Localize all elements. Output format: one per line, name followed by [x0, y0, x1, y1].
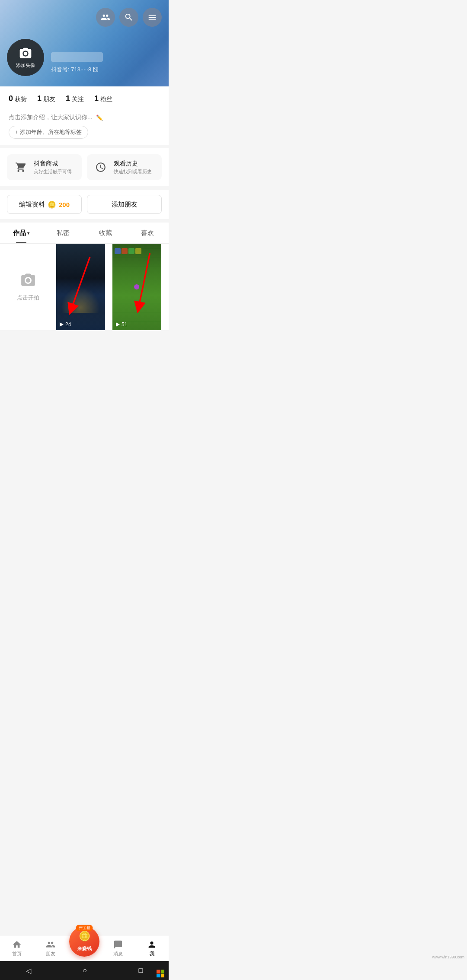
- edit-profile-btn[interactable]: 编辑资料 🪙 200: [7, 195, 82, 214]
- username-col: 抖音号: 713·····8 囧: [51, 52, 103, 76]
- search-icon: [124, 13, 134, 22]
- bio-section: 点击添加介绍，让大家认识你... ✏️ + 添加年龄、所在地等标签: [0, 109, 169, 145]
- tabs-section: 作品 ▾ 私密 收藏 喜欢 点击开拍: [0, 223, 169, 330]
- camera-svg-icon: [20, 272, 36, 289]
- friends-icon: [101, 13, 110, 22]
- stat-following-label: 关注: [72, 95, 84, 103]
- add-tags-label: + 添加年龄、所在地等标签: [15, 128, 82, 136]
- play-icon-2: [116, 322, 120, 327]
- coin-amount: 200: [59, 201, 70, 208]
- stat-following[interactable]: 1 关注: [66, 94, 84, 103]
- game-marker: [134, 284, 139, 290]
- menu-icon: [147, 13, 157, 22]
- edit-profile-label: 编辑资料: [19, 200, 45, 209]
- tab-private[interactable]: 私密: [42, 223, 85, 243]
- action-buttons: 编辑资料 🪙 200 添加朋友: [0, 190, 169, 219]
- username-blurred: [51, 52, 103, 62]
- mall-text: 抖音商城 美好生活触手可得: [34, 160, 72, 175]
- add-friend-label: 添加朋友: [112, 200, 138, 209]
- bio-placeholder-row[interactable]: 点击添加介绍，让大家认识你... ✏️: [9, 114, 160, 121]
- camera-big-icon: [20, 272, 36, 294]
- tab-favorites-label: 收藏: [99, 229, 112, 237]
- stat-likes-label: 获赞: [15, 95, 27, 103]
- tab-favorites[interactable]: 收藏: [84, 223, 127, 243]
- bio-placeholder-text: 点击添加介绍，让大家认识你...: [9, 114, 93, 121]
- stat-friends[interactable]: 1 朋友: [37, 94, 55, 103]
- video-thumb-1[interactable]: 24: [56, 244, 105, 330]
- menu-icon-btn[interactable]: [143, 8, 162, 27]
- stat-following-num: 1: [66, 94, 70, 103]
- play-num-1: 24: [65, 321, 71, 328]
- play-count-1: 24: [60, 321, 71, 328]
- create-video-cell[interactable]: 点击开拍: [0, 244, 56, 330]
- tab-works[interactable]: 作品 ▾: [0, 223, 42, 243]
- profile-banner: 添加头像 抖音号: 713·····8 囧: [0, 0, 169, 86]
- tab-private-label: 私密: [57, 229, 70, 237]
- clock-icon-wrapper: [93, 159, 109, 175]
- stat-followers[interactable]: 1 粉丝: [94, 94, 112, 103]
- mall-title: 抖音商城: [34, 160, 72, 168]
- tab-arrow-icon: ▾: [27, 231, 29, 235]
- clock-icon: [95, 162, 106, 173]
- quick-actions: 抖音商城 美好生活触手可得 观看历史 快速找到观看历史: [0, 148, 169, 186]
- stat-friends-label: 朋友: [43, 95, 55, 103]
- tabs-row: 作品 ▾ 私密 收藏 喜欢: [0, 223, 169, 244]
- history-card[interactable]: 观看历史 快速找到观看历史: [87, 154, 162, 180]
- avatar-add-btn[interactable]: 添加头像: [7, 39, 44, 76]
- stat-likes-num: 0: [9, 94, 13, 103]
- coin-icon: 🪙: [48, 200, 56, 209]
- mall-subtitle: 美好生活触手可得: [34, 169, 72, 175]
- stat-followers-num: 1: [94, 94, 99, 103]
- content-grid: 点击开拍 24: [0, 244, 169, 330]
- banner-top-icons: [96, 8, 162, 27]
- profile-info-row: 添加头像 抖音号: 713·····8 囧: [7, 39, 162, 76]
- cart-icon-wrapper: [13, 159, 29, 175]
- tab-works-label: 作品: [13, 229, 26, 237]
- add-tags-btn[interactable]: + 添加年龄、所在地等标签: [9, 126, 88, 139]
- history-title: 观看历史: [114, 160, 152, 168]
- play-num-2: 51: [122, 321, 127, 328]
- game-ui-elements: [115, 248, 159, 254]
- play-count-2: 51: [116, 321, 127, 328]
- cart-icon: [15, 162, 26, 173]
- create-video-label: 点击开拍: [17, 294, 39, 302]
- night-lights-overlay: [61, 287, 100, 313]
- history-text: 观看历史 快速找到观看历史: [114, 160, 152, 175]
- stats-bar: 0 获赞 1 朋友 1 关注 1 粉丝: [0, 86, 169, 109]
- douyin-id: 抖音号: 713·····8 囧: [51, 66, 99, 73]
- play-icon-1: [60, 322, 64, 327]
- history-subtitle: 快速找到观看历史: [114, 169, 152, 175]
- stat-followers-label: 粉丝: [100, 95, 112, 103]
- stat-likes[interactable]: 0 获赞: [9, 94, 27, 103]
- tab-likes[interactable]: 喜欢: [127, 223, 169, 243]
- video-thumb-2[interactable]: 51: [112, 244, 161, 330]
- search-icon-btn[interactable]: [119, 8, 138, 27]
- mall-card[interactable]: 抖音商城 美好生活触手可得: [7, 154, 82, 180]
- avatar-label: 添加头像: [16, 62, 35, 69]
- edit-bio-icon: ✏️: [96, 115, 103, 121]
- add-friend-btn[interactable]: 添加朋友: [87, 195, 162, 214]
- stat-friends-num: 1: [37, 94, 42, 103]
- tab-likes-label: 喜欢: [141, 229, 154, 237]
- camera-icon: [19, 47, 32, 60]
- friends-icon-btn[interactable]: [96, 8, 115, 27]
